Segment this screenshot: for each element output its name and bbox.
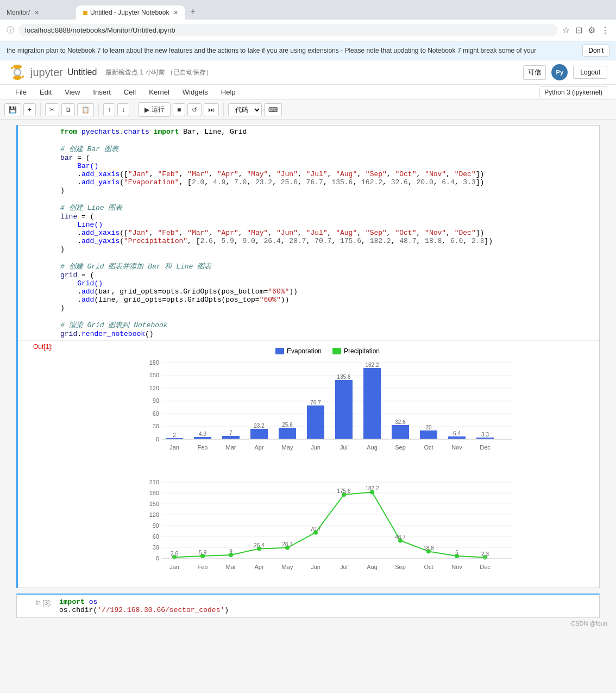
dont-button[interactable]: Don't xyxy=(582,45,609,57)
interrupt-button[interactable]: ■ xyxy=(173,103,185,116)
svg-rect-25 xyxy=(250,429,268,439)
svg-text:Oct: Oct xyxy=(424,444,433,451)
svg-rect-35 xyxy=(392,425,409,439)
svg-text:162.2: 162.2 xyxy=(365,362,379,368)
svg-text:Aug: Aug xyxy=(367,564,378,570)
svg-text:70.7: 70.7 xyxy=(310,526,321,532)
svg-text:9: 9 xyxy=(229,548,232,554)
info-icon: ⓘ xyxy=(7,26,14,35)
copy-button[interactable]: ⧉ xyxy=(61,103,75,116)
cell-2-code[interactable]: import os os.chdir('//192.168.30.66/sect… xyxy=(55,595,599,617)
bar-chart: 0 30 60 90 120 150 180 2 xyxy=(132,357,523,466)
logout-button[interactable]: Logout xyxy=(573,66,607,79)
new-tab-button[interactable]: + xyxy=(185,3,200,20)
svg-text:3.3: 3.3 xyxy=(481,432,489,438)
svg-point-4 xyxy=(22,76,24,78)
menu-view[interactable]: View xyxy=(58,85,86,99)
svg-text:20: 20 xyxy=(425,424,432,430)
svg-text:180: 180 xyxy=(149,359,159,366)
svg-text:Jan: Jan xyxy=(169,564,179,570)
paste-button[interactable]: 📋 xyxy=(77,103,94,116)
run-icon: ▶ xyxy=(144,106,149,114)
notification-bar: the migration plan to Notebook 7 to lear… xyxy=(0,41,616,60)
run-label: 运行 xyxy=(152,105,165,114)
code-module: pyecharts.charts xyxy=(81,128,149,136)
extension-icon[interactable]: ⚙ xyxy=(588,25,595,35)
keyboard-shortcut-button[interactable]: ⌨ xyxy=(264,103,282,116)
restart-button[interactable]: ↺ xyxy=(187,103,202,116)
save-button[interactable]: 💾 xyxy=(4,103,21,116)
cell-type-select[interactable]: 代码 xyxy=(228,103,262,116)
restart-run-button[interactable]: ⏭ xyxy=(204,103,219,116)
add-cell-button[interactable]: + xyxy=(23,103,36,116)
separator-3 xyxy=(134,103,134,116)
cell-in-label xyxy=(18,126,56,130)
code-import: import xyxy=(154,128,179,136)
menu-cell[interactable]: Cell xyxy=(117,85,142,99)
notification-text: the migration plan to Notebook 7 to lear… xyxy=(7,47,536,54)
separator-4 xyxy=(223,103,224,116)
jupyter-right-panel: 可信 Py Logout xyxy=(523,64,607,80)
svg-text:0: 0 xyxy=(156,436,159,442)
svg-text:60: 60 xyxy=(153,410,159,417)
menu-bar: File Edit View Insert Cell Kernel Widget… xyxy=(0,85,616,100)
tab-jupyter[interactable]: ◼ Untitled - Jupyter Notebook ✕ xyxy=(76,5,185,20)
code-bar-fn: Bar() xyxy=(77,162,98,170)
tab-jupyter-icon: ◼ xyxy=(83,9,88,16)
move-down-button[interactable]: ↓ xyxy=(117,103,129,116)
notebook-title[interactable]: Untitled xyxy=(67,67,97,77)
tab-jupyter-close[interactable]: ✕ xyxy=(173,9,178,16)
legend-evap-color xyxy=(275,348,284,354)
svg-text:Nov: Nov xyxy=(451,444,462,451)
svg-rect-39 xyxy=(448,436,466,439)
url-display[interactable]: localhost:8888/notebooks/Monitor/Untitle… xyxy=(18,24,558,36)
menu-dots-icon[interactable]: ⋮ xyxy=(601,25,609,35)
svg-text:Jun: Jun xyxy=(311,564,320,570)
legend-evap-label: Evaporation xyxy=(287,347,322,355)
menu-file[interactable]: File xyxy=(9,85,33,99)
svg-text:Nov: Nov xyxy=(451,564,462,570)
comment-bar: # 创建 Bar 图表 xyxy=(60,145,118,153)
svg-text:48.7: 48.7 xyxy=(395,534,406,540)
tab-monitor[interactable]: Monitor/ ✕ xyxy=(0,5,76,20)
svg-text:Dec: Dec xyxy=(480,564,491,570)
profile-icon[interactable]: ⊡ xyxy=(575,25,582,35)
browser-action-icons: ☆ ⊡ ⚙ ⋮ xyxy=(562,25,609,35)
code-from: from xyxy=(60,128,77,136)
svg-text:Sep: Sep xyxy=(395,564,406,570)
bookmark-icon[interactable]: ☆ xyxy=(562,25,570,35)
cell-code[interactable]: from pyecharts.charts import Bar, Line, … xyxy=(56,126,599,340)
svg-text:5.9: 5.9 xyxy=(199,550,206,555)
toolbar: 💾 + ✂ ⧉ 📋 ↑ ↓ ▶ 运行 ■ ↺ ⏭ 代码 ⌨ xyxy=(0,100,616,120)
svg-text:150: 150 xyxy=(149,372,159,378)
svg-rect-29 xyxy=(307,405,324,439)
svg-text:Mar: Mar xyxy=(226,564,236,570)
cut-button[interactable]: ✂ xyxy=(45,103,59,116)
menu-insert[interactable]: Insert xyxy=(86,85,117,99)
run-button[interactable]: ▶ 运行 xyxy=(139,102,171,117)
svg-text:Feb: Feb xyxy=(198,564,208,570)
svg-text:210: 210 xyxy=(149,479,159,485)
svg-text:60: 60 xyxy=(153,533,159,540)
footer: CSDN @foun xyxy=(0,618,616,629)
separator-1 xyxy=(40,103,41,116)
code-bar-var: bar xyxy=(60,154,73,162)
svg-text:180: 180 xyxy=(149,490,159,496)
svg-text:120: 120 xyxy=(149,385,159,391)
menu-widgets[interactable]: Widgets xyxy=(176,85,215,99)
menu-kernel[interactable]: Kernel xyxy=(142,85,176,99)
separator-2 xyxy=(98,103,99,116)
menu-edit[interactable]: Edit xyxy=(33,85,58,99)
jupyter-logo-icon xyxy=(9,64,26,81)
svg-point-1 xyxy=(13,76,22,80)
menu-help[interactable]: Help xyxy=(215,85,242,99)
line-chart: 0 30 60 90 120 150 180 210 xyxy=(132,477,523,585)
svg-text:Apr: Apr xyxy=(254,444,263,451)
svg-text:182.2: 182.2 xyxy=(365,485,379,491)
tab-monitor-close[interactable]: ✕ xyxy=(34,9,39,16)
move-up-button[interactable]: ↑ xyxy=(103,103,115,116)
svg-rect-27 xyxy=(279,428,296,439)
legend-precipitation: Precipitation xyxy=(332,347,380,355)
svg-text:May: May xyxy=(282,444,293,451)
output-row: Out[1]: Evaporation Precipitation xyxy=(18,341,599,588)
